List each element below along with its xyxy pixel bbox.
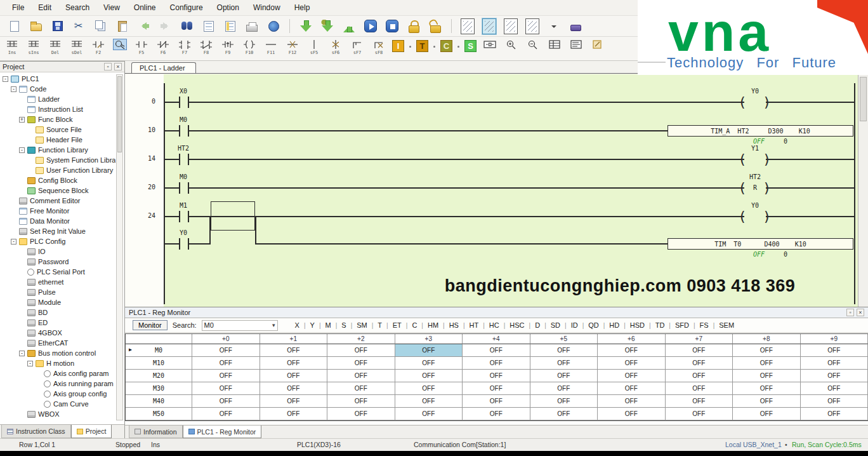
- reg-cell-m0-5[interactable]: OFF: [530, 344, 598, 357]
- tree-node-axis-running-param[interactable]: Axis running param: [0, 379, 115, 389]
- instruction-s-button[interactable]: S: [464, 40, 477, 52]
- menu-view[interactable]: View: [96, 1, 127, 14]
- reg-type-hm[interactable]: HM: [423, 321, 443, 329]
- tree-node-pulse[interactable]: Pulse: [0, 287, 115, 297]
- menu-search[interactable]: Search: [58, 1, 96, 14]
- unlock-button[interactable]: [428, 18, 442, 34]
- upload-program-button[interactable]: [342, 18, 356, 34]
- reg-type-y[interactable]: Y: [306, 321, 319, 329]
- reg-type-et[interactable]: ET: [388, 321, 406, 329]
- reg-cell-m40-2[interactable]: OFF: [327, 395, 395, 408]
- reg-type-hsc[interactable]: HSC: [505, 321, 529, 329]
- coil-ht2-3[interactable]: [739, 180, 772, 196]
- reg-cell-m20-0[interactable]: OFF: [192, 370, 260, 382]
- reg-cell-m40-5[interactable]: OFF: [530, 395, 598, 408]
- print-button[interactable]: [245, 18, 259, 34]
- download-program-button[interactable]: [299, 18, 313, 34]
- contact-m0-3[interactable]: [175, 180, 193, 196]
- reg-cell-m30-9[interactable]: OFF: [801, 382, 868, 395]
- tree-node-system-function-library[interactable]: System Function Library: [0, 155, 115, 165]
- tree-node-axis-config-param[interactable]: Axis config param: [0, 368, 115, 379]
- coil-y0-0[interactable]: [739, 95, 772, 110]
- dropdown-arrow-button[interactable]: [547, 18, 561, 34]
- rising-contact-button[interactable]: F9: [220, 38, 236, 55]
- tree-node-func-block[interactable]: +Func Block: [0, 114, 115, 124]
- tree-node-config-block[interactable]: Config Block: [0, 175, 115, 185]
- reg-cell-m20-4[interactable]: OFF: [463, 370, 530, 382]
- reg-type-x[interactable]: X: [291, 321, 304, 329]
- reg-type-d[interactable]: D: [530, 321, 544, 329]
- reg-cell-m0-2[interactable]: OFF: [327, 344, 395, 357]
- collapse-toggle-icon[interactable]: -: [27, 361, 33, 366]
- tree-node-wbox[interactable]: WBOX: [0, 409, 115, 419]
- collapse-toggle-icon[interactable]: -: [3, 76, 8, 82]
- search-combo[interactable]: M0 ▾: [202, 320, 278, 331]
- tree-node-ethercat[interactable]: EtherCAT: [0, 338, 115, 348]
- reg-type-t[interactable]: T: [373, 321, 386, 329]
- reg-cell-m30-4[interactable]: OFF: [463, 382, 530, 395]
- find-button[interactable]: [180, 18, 194, 34]
- select-tool-button[interactable]: [112, 38, 128, 55]
- reg-cell-m50-4[interactable]: OFF: [463, 408, 530, 420]
- tree-node-axis-group-config[interactable]: Axis group config: [0, 389, 115, 399]
- reg-cell-m30-3[interactable]: OFF: [395, 382, 463, 395]
- save-button[interactable]: [51, 18, 65, 34]
- reg-cell-m40-6[interactable]: OFF: [598, 395, 666, 408]
- insert-row-button[interactable]: Ins: [4, 38, 20, 55]
- parallel-contact-y0[interactable]: [175, 236, 193, 251]
- reg-cell-m20-1[interactable]: OFF: [260, 370, 328, 382]
- tree-node-header-file[interactable]: Header File: [0, 135, 115, 145]
- menu-configure[interactable]: Configure: [163, 1, 210, 14]
- reg-type-sem[interactable]: SEM: [714, 321, 739, 329]
- stop-plc-button[interactable]: [385, 18, 399, 34]
- collapse-toggle-icon[interactable]: -: [11, 86, 16, 92]
- convert-button[interactable]: [589, 38, 606, 55]
- left-tab-project[interactable]: Project: [71, 425, 112, 438]
- reg-type-c[interactable]: C: [407, 321, 421, 329]
- project-window-button[interactable]: [202, 18, 216, 34]
- pin-icon[interactable]: ▫: [104, 63, 112, 70]
- ladder-canvas[interactable]: bangdientucongnghiep.com 0903 418 369 0X…: [125, 74, 858, 307]
- tree-node-bd[interactable]: BD: [0, 307, 115, 318]
- menu-edit[interactable]: Edit: [31, 1, 58, 14]
- reg-cell-m10-0[interactable]: OFF: [192, 357, 260, 370]
- tree-node-cam-curve[interactable]: Cam Curve: [0, 399, 115, 409]
- reg-cell-m10-5[interactable]: OFF: [530, 357, 598, 370]
- monitor-button[interactable]: Monitor: [133, 320, 168, 330]
- reg-cell-m50-1[interactable]: OFF: [260, 408, 328, 420]
- reg-cell-m40-7[interactable]: OFF: [666, 395, 733, 408]
- instruction-view-button[interactable]: [568, 38, 584, 55]
- close-icon[interactable]: ×: [857, 309, 864, 316]
- undo-button[interactable]: [137, 18, 151, 34]
- reg-cell-m50-6[interactable]: OFF: [598, 408, 666, 420]
- data-monitor-view-button[interactable]: [504, 18, 518, 34]
- instruction-c-button[interactable]: C: [440, 40, 452, 52]
- closed-contact-button[interactable]: F6: [155, 38, 171, 55]
- tree-node-password[interactable]: Password: [0, 257, 115, 267]
- tree-node-function-library[interactable]: -Function Library: [0, 145, 115, 155]
- collapse-toggle-icon[interactable]: -: [11, 239, 16, 245]
- monitor-tab-information[interactable]: Information: [129, 426, 183, 438]
- tree-node-code[interactable]: -Code: [0, 84, 115, 94]
- reg-cell-m40-1[interactable]: OFF: [260, 395, 328, 408]
- vertical-line-button[interactable]: sF5: [306, 38, 322, 55]
- reg-type-s[interactable]: S: [337, 321, 350, 329]
- reg-cell-m30-6[interactable]: OFF: [598, 382, 666, 395]
- delete-vertical-line-button[interactable]: sF6: [327, 38, 344, 55]
- reg-cell-m50-9[interactable]: OFF: [801, 408, 868, 420]
- tree-node-io[interactable]: IO: [0, 246, 115, 257]
- tree-node-4gbox[interactable]: 4GBOX: [0, 328, 115, 338]
- system-info-button[interactable]: [266, 18, 280, 34]
- reg-cell-m40-8[interactable]: OFF: [733, 395, 801, 408]
- download-compare-button[interactable]: [320, 18, 334, 34]
- instruction-t-button[interactable]: T: [416, 40, 428, 52]
- contact-x0-0[interactable]: [175, 95, 193, 110]
- tree-node-set-reg-init-value[interactable]: Set Reg Init Value: [0, 226, 115, 236]
- tree-node-ethernet[interactable]: ethernet: [0, 277, 115, 287]
- tab-plc1-ladder[interactable]: PLC1 - Ladder: [131, 62, 196, 73]
- coil-y1-2[interactable]: [739, 152, 772, 167]
- tree-node-user-function-library[interactable]: User Function Library: [0, 165, 115, 175]
- reg-cell-m50-2[interactable]: OFF: [327, 408, 395, 420]
- reg-cell-m10-4[interactable]: OFF: [463, 357, 530, 370]
- contact-m0-1[interactable]: [175, 123, 193, 138]
